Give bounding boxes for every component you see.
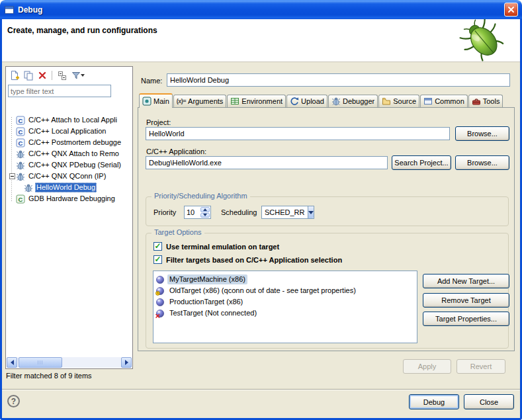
upload-arrows-icon [290, 97, 299, 106]
delete-configuration-icon[interactable] [36, 69, 48, 82]
search-project-button[interactable]: Search Project... [392, 155, 451, 170]
c-config-icon: C [16, 127, 25, 136]
tab-common[interactable]: Common [420, 95, 468, 107]
remove-target-button[interactable]: Remove Target [423, 293, 509, 308]
target-label: MyTargetMachine (x86) [167, 274, 247, 284]
target-label: ProductionTarget (x86) [167, 297, 245, 307]
window-title: Debug [18, 5, 501, 15]
tree-item-label: C/C++ Local Application [27, 126, 107, 136]
close-button[interactable]: Close [464, 394, 514, 409]
qnx-bug-icon [16, 161, 25, 170]
target-disconnected-icon [155, 309, 165, 318]
application-browse-button[interactable]: Browse... [455, 155, 509, 170]
tab-label: Tools [483, 97, 500, 105]
titlebar[interactable]: Debug [0, 0, 522, 19]
checkmark-icon: ✓ [154, 242, 161, 250]
configurations-tree: C C/C++ Attach to Local Appli C C/C++ Lo… [8, 114, 131, 204]
target-properties-button[interactable]: Target Properties... [423, 312, 509, 326]
tree-item-label: C/C++ Attach to Local Appli [27, 115, 118, 125]
filter-input[interactable] [8, 85, 111, 97]
target-icon [155, 275, 165, 284]
priority-spinner[interactable] [184, 206, 211, 219]
checkmark-icon: ✓ [154, 255, 161, 263]
target-row-testtarget[interactable]: TestTarget (Not connected) [155, 308, 415, 319]
close-icon[interactable] [504, 3, 518, 17]
dialog-header: Create, manage, and run configurations [2, 19, 520, 62]
terminal-emulation-checkbox[interactable]: ✓ [153, 242, 162, 251]
tab-label: Arguments [188, 97, 223, 105]
add-new-target-button[interactable]: Add New Target... [423, 274, 509, 288]
tree-item-label: GDB Hardware Debugging [27, 194, 116, 204]
tree-item-attach-local[interactable]: C C/C++ Attach to Local Appli [8, 114, 131, 126]
tree-item-helloworld-debug[interactable]: HelloWorld Debug [8, 182, 131, 193]
beetle-image [454, 19, 512, 61]
target-row-mytargetmachine[interactable]: MyTargetMachine (x86) [155, 274, 415, 285]
tree-item-local-application[interactable]: C C/C++ Local Application [8, 126, 131, 137]
filter-targets-checkbox[interactable]: ✓ [153, 255, 162, 264]
tree-item-label: C/C++ Postmortem debugge [27, 138, 122, 147]
spinner-up-icon[interactable] [200, 207, 210, 212]
tab-tools[interactable]: Tools [468, 95, 503, 107]
target-row-productiontarget[interactable]: ProductionTarget (x86) [155, 296, 415, 308]
tree-item-qnx-attach-remote[interactable]: C/C++ QNX Attach to Remo [8, 148, 131, 159]
collapse-toggle-icon[interactable] [9, 173, 15, 179]
debugger-bug-icon [331, 97, 341, 106]
c-green-config-icon: C [16, 194, 25, 204]
chevron-down-icon[interactable] [308, 206, 314, 218]
scroll-right-icon[interactable] [121, 357, 132, 368]
tab-source[interactable]: Source [378, 95, 419, 107]
toolbar-separator [52, 71, 52, 80]
window-frame-left [0, 19, 2, 420]
configurations-toolbar [8, 68, 87, 83]
priority-label: Priority [153, 208, 176, 216]
name-input[interactable] [167, 73, 510, 87]
svg-text:C: C [19, 128, 23, 136]
qnx-bug-icon [16, 149, 25, 159]
arguments-glyph-icon: (x)= [177, 98, 186, 105]
scrollbar-track[interactable] [17, 357, 121, 368]
svg-text:C: C [19, 196, 23, 203]
tab-arguments[interactable]: (x)= Arguments [173, 95, 226, 107]
tree-item-qnx-pdebug[interactable]: C/C++ QNX PDebug (Serial) [8, 159, 131, 171]
tree-item-qnx-qconn[interactable]: C/C++ QNX QConn (IP) [8, 171, 131, 182]
filter-configurations-icon[interactable] [69, 69, 87, 82]
tree-horizontal-scrollbar[interactable] [7, 357, 132, 368]
filter-targets-label: Filter targets based on C/C++ Applicatio… [166, 256, 342, 264]
target-group-title: Target Options [152, 228, 204, 236]
target-row-oldtarget[interactable]: OldTarget (x86) (qconn out of date - see… [155, 285, 415, 296]
project-input[interactable] [146, 127, 450, 140]
scrollbar-thumb[interactable] [19, 357, 62, 368]
tab-debugger[interactable]: Debugger [328, 95, 378, 107]
tab-main[interactable]: Main [139, 93, 173, 108]
debug-button[interactable]: Debug [409, 394, 459, 409]
duplicate-configuration-icon[interactable] [22, 69, 34, 82]
spinner-down-icon[interactable] [200, 213, 210, 218]
scroll-left-icon[interactable] [7, 357, 17, 368]
priority-input[interactable] [185, 206, 200, 218]
terminal-emulation-label: Use terminal emulation on target [166, 243, 279, 251]
target-list[interactable]: MyTargetMachine (x86) OldTarget (x86) (q… [153, 271, 417, 343]
tab-label: Upload [301, 97, 324, 105]
source-folder-icon [382, 97, 391, 106]
tab-label: Environment [241, 97, 283, 105]
priority-scheduling-group: Priority/Scheduling Algorithm Priority S… [146, 196, 509, 226]
qnx-bug-icon [24, 183, 33, 192]
name-label: Name: [141, 77, 162, 85]
tree-item-gdb-hardware[interactable]: C GDB Hardware Debugging [8, 193, 131, 204]
debug-configurations-dialog: Debug Create, manage, and run configurat… [0, 0, 522, 420]
revert-button[interactable]: Revert [457, 359, 505, 374]
tree-item-label: C/C++ QNX Attach to Remo [27, 149, 120, 159]
project-browse-button[interactable]: Browse... [455, 126, 509, 141]
tab-environment[interactable]: Environment [227, 95, 286, 107]
priority-group-title: Priority/Scheduling Algorithm [152, 192, 250, 200]
scheduling-select[interactable]: SCHED_RR [261, 206, 314, 219]
tab-upload[interactable]: Upload [286, 95, 327, 107]
application-input[interactable] [146, 156, 388, 169]
tree-item-postmortem[interactable]: C C/C++ Postmortem debugge [8, 137, 131, 148]
tab-label: Common [435, 97, 464, 105]
chevron-down-icon [81, 74, 85, 77]
apply-button[interactable]: Apply [403, 359, 451, 374]
collapse-all-icon[interactable] [56, 69, 68, 82]
new-configuration-icon[interactable] [8, 69, 21, 82]
help-icon[interactable]: ? [7, 395, 20, 407]
